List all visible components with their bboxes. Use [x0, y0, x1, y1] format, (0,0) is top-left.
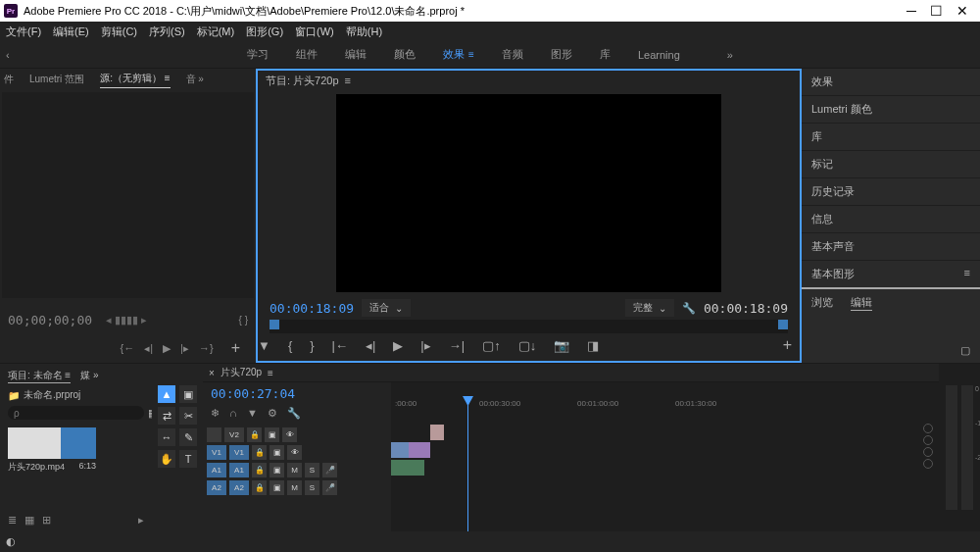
extract-icon[interactable]: ▢↓	[518, 338, 537, 353]
type-tool[interactable]: T	[179, 450, 197, 468]
source-timecode[interactable]: 00;00;00;00	[8, 313, 92, 327]
right-library[interactable]: 库	[802, 124, 980, 151]
step-back-icon[interactable]: ◂|	[366, 338, 375, 353]
track-v2-header[interactable]: V2 🔒 ▣ 👁	[203, 426, 391, 443]
ws-tab-learning[interactable]: 学习	[247, 47, 269, 62]
menu-marker[interactable]: 标记(M)	[197, 25, 235, 39]
pen-tool[interactable]: ✎	[179, 428, 197, 446]
razor-tool[interactable]: ✂	[179, 407, 197, 425]
tabs-more-icon[interactable]: »	[727, 49, 733, 61]
video-clip[interactable]	[391, 442, 409, 458]
track-select-tool[interactable]: ▣	[179, 385, 197, 403]
ws-tab-editing[interactable]: 编辑	[345, 47, 367, 62]
ws-tab-assembly[interactable]: 组件	[296, 47, 318, 62]
project-tab[interactable]: 项目: 未命名 ≡	[8, 369, 71, 383]
video-clip[interactable]	[409, 442, 430, 458]
output-toggle[interactable]	[923, 459, 933, 469]
eye-icon[interactable]: 👁	[287, 445, 302, 460]
track-a2-header[interactable]: A2 A2 🔒 ▣ M S 🎤	[203, 478, 391, 496]
selection-tool[interactable]: ▲	[158, 385, 175, 403]
menu-sequence[interactable]: 序列(S)	[149, 25, 185, 39]
ws-tab-effects[interactable]: 效果 ≡	[443, 47, 474, 62]
sync-lock-icon[interactable]: ▣	[270, 480, 284, 495]
left-tab-0[interactable]: 件	[4, 73, 14, 86]
source-monitor[interactable]	[2, 92, 254, 298]
output-toggle[interactable]	[923, 424, 933, 433]
lift-icon[interactable]: ▢↑	[482, 338, 501, 353]
voiceover-icon[interactable]: 🎤	[322, 480, 337, 495]
source-add-button[interactable]: +	[223, 339, 248, 357]
go-in-icon[interactable]: |←	[332, 338, 348, 353]
right-history[interactable]: 历史记录	[802, 178, 980, 206]
solo-button[interactable]: S	[305, 463, 319, 477]
new-layer-icon[interactable]: ▢	[960, 344, 970, 356]
hand-tool[interactable]: ✋	[158, 450, 175, 468]
play-icon[interactable]: ▶	[393, 338, 403, 353]
play-icon[interactable]: ▶	[163, 342, 171, 355]
close-button[interactable]: ✕	[956, 3, 968, 19]
linked-sel-icon[interactable]: ∩	[229, 407, 237, 420]
eye-icon[interactable]: 👁	[282, 427, 297, 442]
source-scrubber[interactable]: ◂ ▮▮▮▮ ▸	[106, 314, 147, 326]
snap-icon[interactable]: ❄	[211, 407, 220, 420]
settings-icon[interactable]: ⚙	[268, 407, 277, 420]
step-fwd-icon[interactable]: |▸	[420, 338, 430, 353]
track-lock-icon[interactable]: 🔒	[247, 427, 262, 442]
sync-lock-icon[interactable]: ▣	[270, 463, 284, 477]
left-tab-lumetri[interactable]: Lumetri 范围	[29, 73, 84, 86]
mark-out-icon[interactable]: →}	[199, 342, 214, 354]
panel-menu-icon[interactable]: ≡	[345, 75, 351, 86]
panel-menu-icon[interactable]: ≡	[964, 267, 970, 278]
right-effects[interactable]: 效果	[802, 69, 980, 96]
video-clip[interactable]	[430, 425, 444, 440]
track-lock-icon[interactable]: 🔒	[252, 445, 267, 460]
maximize-button[interactable]: ☐	[930, 3, 943, 19]
quality-dropdown[interactable]: 完整⌄	[625, 299, 674, 317]
media-tab[interactable]: 媒 »	[80, 369, 98, 383]
export-frame-icon[interactable]: 📷	[554, 338, 569, 353]
program-timecode-left[interactable]: 00:00:18:09	[270, 301, 354, 316]
program-add-button[interactable]: +	[775, 336, 800, 354]
left-tab-source[interactable]: 源:（无剪辑） ≡	[100, 72, 170, 88]
comparison-icon[interactable]: ◨	[587, 338, 599, 353]
left-tab-audio[interactable]: 音 »	[186, 73, 204, 86]
marker-icon[interactable]: ▼	[247, 407, 258, 420]
list-view-icon[interactable]: ≣	[8, 514, 17, 527]
proj-footer-right[interactable]: ▸	[138, 514, 144, 527]
timeline-tracks[interactable]: :00:00 00:00:30:00 00:01:00:00 00:01:30:…	[391, 382, 939, 531]
menu-window[interactable]: 窗口(W)	[295, 25, 334, 39]
sequence-name[interactable]: 片头720p	[220, 366, 262, 379]
track-a1-header[interactable]: A1 A1 🔒 ▣ M S 🎤	[203, 461, 391, 478]
project-search-input[interactable]	[8, 406, 144, 420]
audio-clip[interactable]	[391, 460, 424, 476]
in-icon[interactable]: {	[288, 338, 292, 353]
program-monitor[interactable]	[336, 94, 721, 292]
timeline-ruler[interactable]: :00:00 00:00:30:00 00:01:00:00 00:01:30:…	[391, 382, 939, 408]
right-essential-sound[interactable]: 基本声音	[802, 233, 980, 261]
clip-thumbnail[interactable]: 片头720p.mp4 6:13	[8, 427, 96, 474]
ws-tab-audio[interactable]: 音频	[502, 47, 523, 62]
subtab-browse[interactable]: 浏览	[811, 295, 833, 311]
mute-button[interactable]: M	[287, 463, 302, 477]
mute-button[interactable]: M	[287, 480, 302, 495]
marker-icon[interactable]: ▼	[258, 338, 270, 353]
right-essential-graphics[interactable]: 基本图形 ≡	[802, 261, 980, 289]
out-icon[interactable]: }	[310, 338, 314, 353]
right-lumetri[interactable]: Lumetri 颜色	[802, 96, 980, 124]
subtab-edit[interactable]: 编辑	[851, 295, 872, 311]
ws-tab-library[interactable]: 库	[600, 47, 611, 62]
menu-file[interactable]: 文件(F)	[6, 25, 41, 39]
track-v1-header[interactable]: V1 V1 🔒 ▣ 👁	[203, 443, 391, 461]
slip-tool[interactable]: ↔	[158, 428, 175, 446]
mark-in-icon[interactable]: {←	[121, 342, 135, 354]
panel-menu-icon[interactable]: ≡	[268, 368, 273, 378]
menu-clip[interactable]: 剪辑(C)	[101, 25, 137, 39]
output-toggle[interactable]	[923, 435, 933, 445]
ws-tab-learning2[interactable]: Learning	[638, 49, 680, 61]
menu-help[interactable]: 帮助(H)	[346, 25, 382, 39]
step-back-icon[interactable]: ◂|	[144, 342, 153, 355]
icon-view-icon[interactable]: ▦	[24, 514, 34, 527]
ws-tab-color[interactable]: 颜色	[394, 47, 416, 62]
track-lock-icon[interactable]: 🔒	[252, 463, 267, 477]
ws-tab-graphics[interactable]: 图形	[551, 47, 572, 62]
